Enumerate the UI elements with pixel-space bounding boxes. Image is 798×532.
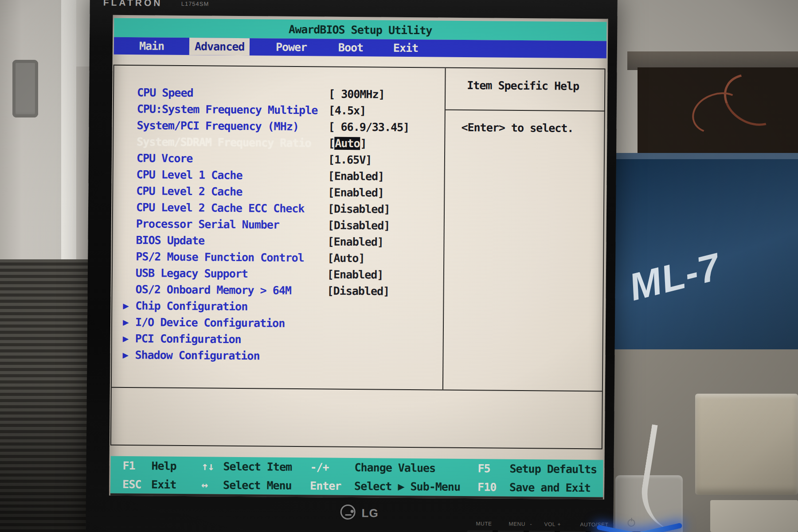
item-label: CPU Speed bbox=[137, 86, 193, 99]
tab-main[interactable]: Main bbox=[134, 37, 170, 55]
bios-item-row[interactable]: ▶I/O Device Configuration bbox=[123, 314, 441, 333]
monitor-controls: MUTEMENU-VOL+AUTO/SET bbox=[86, 517, 613, 530]
power-button-icon[interactable] bbox=[627, 519, 635, 527]
item-value: [Enabled] bbox=[328, 168, 384, 185]
item-label: BIOS Update bbox=[136, 234, 204, 247]
item-label: OS/2 Onboard Memory > 64M bbox=[136, 283, 292, 297]
equipment-handle bbox=[12, 60, 38, 117]
bios-item-row[interactable]: ▶Chip Configuration bbox=[123, 297, 441, 317]
monitor-button--[interactable]: + bbox=[557, 521, 561, 528]
hotkey-action: Exit bbox=[151, 475, 176, 494]
item-value: [Enabled] bbox=[327, 266, 383, 283]
lg-logo-text: LG bbox=[362, 506, 379, 520]
bios-screen: AwardBIOS Setup Utility MainAdvancedPowe… bbox=[109, 15, 608, 500]
bios-item-row[interactable]: CPU:System Frequency Multiple[4.5x] bbox=[125, 101, 443, 120]
item-value: [ 300MHz] bbox=[329, 86, 385, 103]
submenu-arrow-icon: ▶ bbox=[122, 347, 128, 363]
bios-menu-bar: MainAdvancedPowerBootExit bbox=[114, 37, 606, 59]
wall-strip bbox=[61, 0, 76, 266]
tab-exit[interactable]: Exit bbox=[388, 39, 424, 57]
bios-item-row[interactable]: Processor Serial Number[Disabled] bbox=[124, 215, 442, 235]
hotkey-action: Select ▶ Sub-Menu bbox=[354, 477, 460, 497]
item-value: [Enabled] bbox=[327, 234, 383, 250]
hotkey-key: F10 bbox=[477, 477, 496, 497]
item-label: CPU Level 2 Cache bbox=[136, 184, 242, 198]
lg-logo-mouth bbox=[345, 514, 352, 516]
device-edge-highlight bbox=[611, 153, 798, 159]
item-value: [Disabled] bbox=[328, 217, 390, 234]
item-label: I/O Device Configuration bbox=[135, 316, 285, 330]
submenu-arrow-icon: ▶ bbox=[123, 314, 129, 330]
item-value: [ 66.9/33.45] bbox=[328, 119, 409, 136]
hotkey-action: Select Menu bbox=[223, 476, 292, 495]
monitor-button-vol[interactable]: VOL bbox=[544, 521, 555, 527]
bios-item-row[interactable]: OS/2 Onboard Memory > 64M[Disabled] bbox=[123, 281, 441, 300]
item-value: [Auto] bbox=[328, 135, 367, 152]
bios-item-row[interactable]: CPU Speed[ 300MHz] bbox=[125, 84, 443, 103]
hotkey-legend-bar: F1Help↑↓Select Item-/+Change ValuesF5Set… bbox=[110, 456, 603, 497]
photo-scene: ML-7 FLATRON L1754SM AwardBIOS Setup Uti… bbox=[0, 0, 798, 532]
hotkey-key: -/+ bbox=[310, 458, 329, 477]
tab-boot[interactable]: Boot bbox=[333, 39, 369, 57]
bios-item-list: CPU Speed[ 300MHz]CPU:System Frequency M… bbox=[122, 84, 443, 371]
monitor: FLATRON L1754SM AwardBIOS Setup Utility … bbox=[86, 0, 618, 532]
hotkey-action: Select Item bbox=[223, 457, 292, 477]
vent-grille-shadow bbox=[0, 259, 97, 532]
hotkey-action: Change Values bbox=[354, 458, 435, 477]
bios-item-row[interactable]: CPU Vcore[1.65V] bbox=[124, 150, 442, 169]
item-label: System/SDRAM Frequency Ratio bbox=[137, 135, 311, 149]
monitor-brand-label: FLATRON bbox=[103, 0, 163, 8]
submenu-arrow-icon: ▶ bbox=[123, 297, 129, 314]
bios-item-row[interactable]: CPU Level 2 Cache ECC Check[Disabled] bbox=[124, 199, 442, 218]
item-value: [Disabled] bbox=[328, 201, 390, 218]
hotkey-key: ↔ bbox=[201, 475, 207, 494]
monitor-button--[interactable]: - bbox=[530, 521, 532, 527]
monitor-model-label: L1754SM bbox=[181, 0, 209, 7]
submenu-arrow-icon: ▶ bbox=[123, 330, 129, 347]
tab-power[interactable]: Power bbox=[270, 39, 313, 56]
item-value: [Auto] bbox=[327, 250, 365, 267]
device-model-label: ML-7 bbox=[625, 244, 725, 309]
help-panel-text: <Enter> to select. bbox=[461, 121, 573, 135]
bios-item-row[interactable]: PS/2 Mouse Function Control[Auto] bbox=[123, 248, 442, 267]
desk-device bbox=[695, 394, 798, 495]
hotkey-key: F1 bbox=[122, 456, 135, 475]
monitor-button-menu[interactable]: MENU bbox=[509, 521, 525, 527]
monitor-button-mute[interactable]: MUTE bbox=[476, 520, 492, 527]
item-label: CPU Level 2 Cache ECC Check bbox=[136, 201, 305, 215]
tab-advanced[interactable]: Advanced bbox=[189, 38, 250, 55]
equipment-tower bbox=[0, 0, 61, 266]
hotkey-key: ↑↓ bbox=[201, 457, 214, 476]
item-label: Chip Configuration bbox=[135, 299, 247, 313]
highlighted-value: Auto bbox=[334, 137, 360, 150]
item-label: PS/2 Mouse Function Control bbox=[136, 250, 304, 264]
bios-item-row[interactable]: BIOS Update[Enabled] bbox=[123, 232, 442, 251]
bios-item-row[interactable]: USB Legacy Support[Enabled] bbox=[123, 265, 442, 284]
device-ml7: ML-7 bbox=[611, 153, 798, 350]
help-panel-title: Item Specific Help bbox=[467, 79, 579, 93]
item-label: System/PCI Frequency (MHz) bbox=[137, 119, 299, 133]
item-label: CPU Vcore bbox=[137, 152, 193, 165]
hotkey-action: Help bbox=[151, 456, 176, 475]
item-value: [1.65V] bbox=[328, 152, 372, 168]
lg-logo-eye bbox=[351, 510, 354, 513]
hotkey-action: Setup Defaults bbox=[509, 459, 597, 479]
item-label: CPU:System Frequency Multiple bbox=[137, 102, 318, 117]
item-value: [Disabled] bbox=[327, 283, 389, 300]
hotkey-key: Enter bbox=[310, 476, 341, 496]
bios-item-row[interactable]: CPU Level 2 Cache[Enabled] bbox=[124, 183, 442, 202]
item-label: CPU Level 1 Cache bbox=[137, 168, 243, 182]
bios-item-row[interactable]: System/SDRAM Frequency Ratio[Auto] bbox=[124, 133, 442, 153]
hotkey-key: ESC bbox=[122, 475, 141, 494]
lg-logo-circle bbox=[340, 505, 356, 520]
item-label: PCI Configuration bbox=[135, 332, 241, 346]
item-value: [Enabled] bbox=[328, 184, 384, 201]
item-label: USB Legacy Support bbox=[136, 266, 248, 280]
item-label: Shadow Configuration bbox=[135, 348, 259, 362]
bios-item-row[interactable]: ▶Shadow Configuration bbox=[122, 347, 441, 366]
bios-item-row[interactable]: CPU Level 1 Cache[Enabled] bbox=[124, 166, 442, 185]
bios-item-row[interactable]: ▶PCI Configuration bbox=[123, 330, 441, 349]
bios-item-row[interactable]: System/PCI Frequency (MHz)[ 66.9/33.45] bbox=[124, 117, 442, 136]
item-value: [4.5x] bbox=[329, 102, 366, 119]
hotkey-key: F5 bbox=[477, 459, 490, 478]
